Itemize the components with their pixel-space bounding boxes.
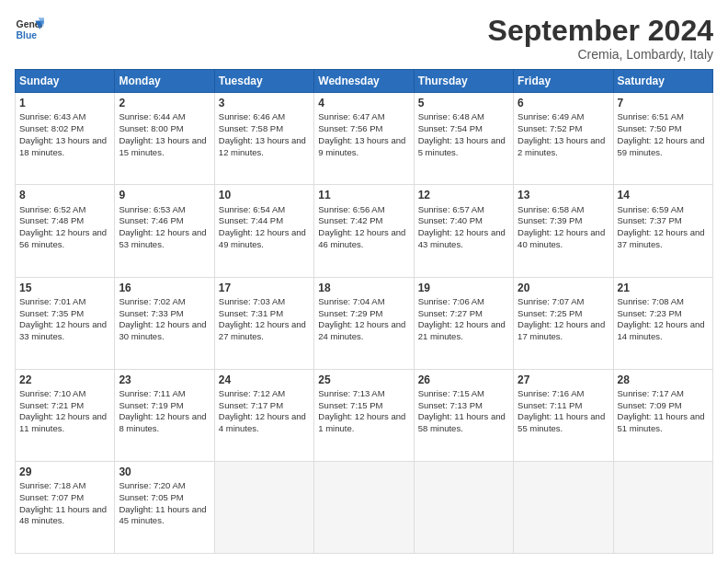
sunset-text: Sunset: 7:42 PM (318, 215, 382, 225)
sunset-text: Sunset: 7:29 PM (318, 308, 382, 318)
sunset-text: Sunset: 7:39 PM (518, 215, 582, 225)
day-number: 26 (418, 373, 509, 387)
calendar-day-cell: 18Sunrise: 7:04 AMSunset: 7:29 PMDayligh… (314, 277, 414, 369)
sunset-text: Sunset: 7:19 PM (119, 400, 183, 410)
calendar-week-row: 1Sunrise: 6:43 AMSunset: 8:02 PMDaylight… (16, 93, 713, 185)
day-number: 14 (618, 188, 709, 202)
daylight-label: Daylight: 11 hours and 45 minutes. (119, 504, 206, 526)
day-number: 15 (19, 281, 110, 295)
daylight-label: Daylight: 11 hours and 48 minutes. (19, 504, 107, 526)
sunrise-text: Sunrise: 6:46 AM (219, 111, 285, 121)
calendar-week-row: 8Sunrise: 6:52 AMSunset: 7:48 PMDaylight… (16, 185, 713, 277)
calendar-day-cell: 21Sunrise: 7:08 AMSunset: 7:23 PMDayligh… (613, 277, 712, 369)
calendar-week-row: 22Sunrise: 7:10 AMSunset: 7:21 PMDayligh… (16, 369, 713, 461)
calendar-day-cell: 12Sunrise: 6:57 AMSunset: 7:40 PMDayligh… (414, 185, 513, 277)
daylight-label: Daylight: 13 hours and 18 minutes. (19, 135, 107, 157)
daylight-label: Daylight: 12 hours and 17 minutes. (518, 319, 605, 341)
sunrise-text: Sunrise: 6:51 AM (618, 111, 684, 121)
daylight-label: Daylight: 12 hours and 33 minutes. (19, 319, 107, 341)
sunset-text: Sunset: 8:02 PM (19, 123, 84, 133)
day-number: 19 (418, 281, 509, 295)
header: General Blue September 2024 Cremia, Lomb… (15, 15, 713, 62)
sunset-text: Sunset: 7:31 PM (219, 308, 283, 318)
daylight-label: Daylight: 11 hours and 55 minutes. (518, 411, 605, 433)
daylight-label: Daylight: 12 hours and 59 minutes. (618, 135, 705, 157)
sunrise-text: Sunrise: 6:53 AM (119, 204, 185, 214)
calendar-day-cell: 11Sunrise: 6:56 AMSunset: 7:42 PMDayligh… (314, 185, 414, 277)
day-number: 20 (518, 281, 609, 295)
sunrise-text: Sunrise: 6:52 AM (19, 204, 85, 214)
subtitle: Cremia, Lombardy, Italy (488, 47, 713, 62)
daylight-label: Daylight: 11 hours and 58 minutes. (418, 411, 506, 433)
day-number: 25 (318, 373, 409, 387)
day-number: 30 (119, 465, 210, 479)
day-number: 23 (119, 373, 210, 387)
sunrise-text: Sunrise: 7:06 AM (418, 296, 484, 306)
day-number: 3 (219, 96, 310, 110)
weekday-header-cell: Monday (115, 70, 214, 93)
calendar-day-cell: 15Sunrise: 7:01 AMSunset: 7:35 PMDayligh… (16, 277, 115, 369)
day-number: 11 (318, 188, 409, 202)
sunrise-text: Sunrise: 7:20 AM (119, 480, 185, 490)
sunset-text: Sunset: 7:56 PM (318, 123, 382, 133)
day-number: 4 (318, 96, 409, 110)
sunrise-text: Sunrise: 7:02 AM (119, 296, 185, 306)
day-number: 12 (418, 188, 509, 202)
daylight-label: Daylight: 12 hours and 56 minutes. (19, 227, 107, 249)
calendar-day-cell: 16Sunrise: 7:02 AMSunset: 7:33 PMDayligh… (115, 277, 214, 369)
daylight-label: Daylight: 12 hours and 37 minutes. (618, 227, 705, 249)
day-number: 8 (19, 188, 110, 202)
sunrise-text: Sunrise: 7:16 AM (518, 388, 584, 398)
daylight-label: Daylight: 12 hours and 24 minutes. (318, 319, 405, 341)
daylight-label: Daylight: 12 hours and 4 minutes. (219, 411, 306, 433)
title-block: September 2024 Cremia, Lombardy, Italy (488, 15, 713, 62)
calendar-week-row: 29Sunrise: 7:18 AMSunset: 7:07 PMDayligh… (16, 461, 713, 553)
weekday-header-cell: Tuesday (214, 70, 313, 93)
calendar-day-cell: 4Sunrise: 6:47 AMSunset: 7:56 PMDaylight… (314, 93, 414, 185)
calendar-day-cell (613, 461, 712, 553)
daylight-label: Daylight: 12 hours and 49 minutes. (219, 227, 306, 249)
weekday-header-cell: Friday (514, 70, 613, 93)
calendar-day-cell: 9Sunrise: 6:53 AMSunset: 7:46 PMDaylight… (115, 185, 214, 277)
daylight-label: Daylight: 12 hours and 53 minutes. (119, 227, 206, 249)
sunrise-text: Sunrise: 6:44 AM (119, 111, 185, 121)
day-number: 1 (19, 96, 110, 110)
calendar-day-cell: 3Sunrise: 6:46 AMSunset: 7:58 PMDaylight… (214, 93, 313, 185)
sunrise-text: Sunrise: 6:43 AM (19, 111, 85, 121)
daylight-label: Daylight: 13 hours and 2 minutes. (518, 135, 605, 157)
daylight-label: Daylight: 12 hours and 11 minutes. (19, 411, 107, 433)
daylight-label: Daylight: 12 hours and 14 minutes. (618, 319, 705, 341)
daylight-label: Daylight: 13 hours and 5 minutes. (418, 135, 506, 157)
calendar-day-cell: 17Sunrise: 7:03 AMSunset: 7:31 PMDayligh… (214, 277, 313, 369)
sunrise-text: Sunrise: 7:11 AM (119, 388, 185, 398)
daylight-label: Daylight: 12 hours and 1 minute. (318, 411, 405, 433)
sunset-text: Sunset: 7:54 PM (418, 123, 483, 133)
daylight-label: Daylight: 12 hours and 8 minutes. (119, 411, 206, 433)
day-number: 27 (518, 373, 609, 387)
daylight-label: Daylight: 13 hours and 9 minutes. (318, 135, 405, 157)
sunrise-text: Sunrise: 6:48 AM (418, 111, 484, 121)
calendar-day-cell: 29Sunrise: 7:18 AMSunset: 7:07 PMDayligh… (16, 461, 115, 553)
sunset-text: Sunset: 7:15 PM (318, 400, 382, 410)
svg-text:Blue: Blue (17, 30, 38, 40)
sunset-text: Sunset: 7:35 PM (19, 308, 84, 318)
calendar-day-cell (214, 461, 313, 553)
day-number: 24 (219, 373, 310, 387)
sunset-text: Sunset: 7:09 PM (618, 400, 682, 410)
sunrise-text: Sunrise: 6:56 AM (318, 204, 384, 214)
sunset-text: Sunset: 7:23 PM (618, 308, 682, 318)
sunset-text: Sunset: 7:44 PM (219, 215, 283, 225)
sunrise-text: Sunrise: 7:13 AM (318, 388, 384, 398)
logo: General Blue (15, 15, 44, 44)
sunrise-text: Sunrise: 7:18 AM (19, 480, 85, 490)
daylight-label: Daylight: 13 hours and 15 minutes. (119, 135, 206, 157)
calendar-day-cell: 2Sunrise: 6:44 AMSunset: 8:00 PMDaylight… (115, 93, 214, 185)
calendar-day-cell: 19Sunrise: 7:06 AMSunset: 7:27 PMDayligh… (414, 277, 513, 369)
calendar-day-cell: 14Sunrise: 6:59 AMSunset: 7:37 PMDayligh… (613, 185, 712, 277)
calendar-day-cell: 1Sunrise: 6:43 AMSunset: 8:02 PMDaylight… (16, 93, 115, 185)
sunset-text: Sunset: 8:00 PM (119, 123, 183, 133)
calendar-day-cell: 10Sunrise: 6:54 AMSunset: 7:44 PMDayligh… (214, 185, 313, 277)
sunrise-text: Sunrise: 7:12 AM (219, 388, 285, 398)
sunset-text: Sunset: 7:05 PM (119, 492, 183, 502)
sunrise-text: Sunrise: 6:59 AM (618, 204, 684, 214)
